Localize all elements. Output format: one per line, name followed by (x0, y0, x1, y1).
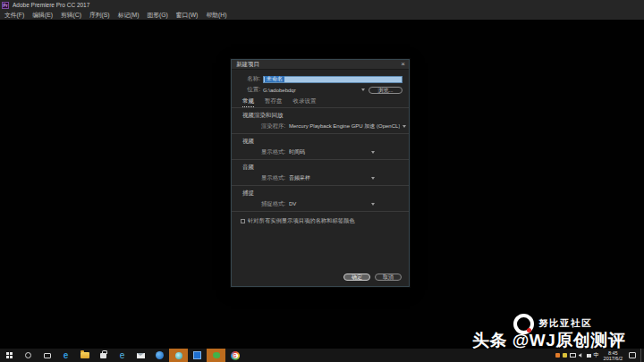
section-audio: 音频 显示格式: 音频采样 (232, 159, 409, 185)
internet-explorer-button[interactable]: e (113, 349, 131, 362)
selected-name-text: 未命名 (265, 76, 284, 82)
audio-display-format-value: 音频采样 (289, 174, 369, 182)
premiere-icon: Pr (2, 2, 9, 9)
location-value: G:\adobebdqr (263, 88, 359, 93)
g-app-button[interactable]: G (225, 349, 244, 362)
search-button[interactable] (19, 349, 38, 362)
shopping-bag-icon (100, 353, 106, 358)
edge-button[interactable]: e (56, 349, 75, 362)
cancel-button[interactable]: 取消 (375, 274, 402, 281)
envelope-icon (137, 353, 145, 358)
internet-explorer-icon: e (120, 351, 125, 360)
browse-button[interactable]: 浏览... (369, 87, 402, 94)
section-title: 视频渲染和回放 (242, 112, 402, 120)
tab-general[interactable]: 常规 (242, 97, 254, 107)
dialog-buttons: 确定 取消 (343, 274, 402, 281)
name-label: 名称: (239, 75, 260, 83)
audio-display-format-label: 显示格式: (242, 174, 285, 182)
renderer-label: 渲染程序: (242, 122, 285, 130)
capture-format-value: DV (289, 201, 369, 206)
task-view-icon (44, 353, 51, 358)
tab-ingest-settings[interactable]: 收录设置 (293, 97, 317, 107)
blue-tile-app-button[interactable] (188, 349, 207, 362)
running-app-button-1[interactable] (169, 349, 188, 362)
mail-button[interactable] (131, 349, 150, 362)
section-title: 捕捉 (242, 189, 402, 198)
general-settings: 视频渲染和回放 渲染程序: Mercury Playback Engine GP… (232, 107, 409, 229)
new-project-dialog: 新建项目 × 名称: 未命名 位置: G:\adobebdqr 浏览... 常规… (231, 59, 410, 287)
video-display-format-value: 时间码 (289, 148, 369, 156)
action-center-icon[interactable] (629, 352, 636, 358)
section-video: 视频 显示格式: 时间码 (232, 133, 409, 159)
taskbar-clock[interactable]: 8:45 2017/6/2 (602, 350, 624, 361)
blue-tile-app-icon (193, 351, 201, 359)
menu-item-markers[interactable]: 标记(M) (118, 11, 140, 20)
file-explorer-button[interactable] (75, 349, 94, 362)
section-video-rendering: 视频渲染和回放 渲染程序: Mercury Playback Engine GP… (232, 107, 409, 133)
location-dropdown[interactable]: G:\adobebdqr (263, 87, 369, 94)
dialog-tabs: 常规 暂存盘 收录设置 (242, 97, 317, 107)
folder-icon (80, 352, 89, 358)
edge-icon: e (64, 351, 69, 360)
location-label: 位置: (239, 86, 260, 94)
section-title: 视频 (242, 138, 402, 146)
display-names-option: 针对所有实例显示项目项的名称和标签颜色 (232, 211, 409, 229)
task-view-button[interactable] (38, 349, 56, 362)
video-display-format-dropdown[interactable]: 时间码 (289, 148, 378, 156)
dialog-body: 名称: 未命名 位置: G:\adobebdqr 浏览... 常规 暂存盘 收录… (232, 70, 409, 286)
clock-date: 2017/6/2 (604, 356, 623, 361)
capture-format-dropdown[interactable]: DV (289, 201, 378, 206)
ime-indicator[interactable]: 中 (594, 352, 599, 358)
teal-circle-app-icon (175, 352, 182, 359)
menu-item-edit[interactable]: 编辑(E) (32, 11, 53, 20)
blue-app-icon (156, 351, 164, 359)
project-name-input[interactable]: 未命名 (263, 76, 402, 83)
watermark-community: 努比亚社区 (538, 317, 592, 330)
system-tray: 中 8:45 2017/6/2 (555, 349, 644, 362)
close-icon[interactable]: × (401, 61, 405, 68)
menu-item-window[interactable]: 窗口(W) (176, 11, 199, 20)
taskbar: e e G 中 8:45 2017/6/2 (0, 349, 644, 362)
section-capture: 捕捉 捕捉格式: DV (232, 185, 409, 211)
start-button[interactable] (0, 349, 19, 362)
menu-item-clip[interactable]: 剪辑(C) (61, 11, 81, 20)
app-title: Adobe Premiere Pro CC 2017 (13, 2, 89, 8)
chevron-down-icon (402, 125, 406, 128)
audio-display-format-dropdown[interactable]: 音频采样 (289, 174, 378, 182)
search-icon (25, 352, 31, 358)
chevron-down-icon (371, 151, 375, 154)
network-icon[interactable] (570, 353, 576, 358)
menu-item-sequence[interactable]: 序列(S) (89, 11, 110, 20)
section-title: 音频 (242, 164, 402, 172)
dialog-title: 新建项目 (236, 61, 259, 69)
volume-icon[interactable] (579, 353, 584, 358)
show-desktop-button[interactable] (640, 349, 643, 362)
tab-scratch-disks[interactable]: 暂存盘 (265, 97, 283, 107)
checkbox[interactable] (241, 219, 245, 223)
dialog-titlebar[interactable]: 新建项目 × (232, 60, 409, 70)
windows-logo-icon (6, 352, 13, 358)
store-button[interactable] (94, 349, 113, 362)
tray-orange-app-icon[interactable] (555, 353, 560, 358)
running-app-button-2[interactable] (207, 349, 225, 362)
flag-icon[interactable] (587, 354, 591, 358)
chevron-down-icon (371, 177, 375, 180)
menu-item-help[interactable]: 帮助(H) (206, 11, 226, 20)
renderer-dropdown[interactable]: Mercury Playback Engine GPU 加速 (OpenCL) (289, 122, 410, 130)
green-app-icon (213, 352, 220, 358)
app-titlebar: Pr Adobe Premiere Pro CC 2017 (0, 0, 644, 10)
blue-app-button[interactable] (150, 349, 169, 362)
chevron-down-icon (361, 88, 365, 91)
video-display-format-label: 显示格式: (242, 148, 285, 156)
menu-item-graphics[interactable]: 图形(G) (147, 11, 167, 20)
ok-button[interactable]: 确定 (343, 274, 370, 281)
renderer-value: Mercury Playback Engine GPU 加速 (OpenCL) (289, 122, 400, 130)
app-menubar: 文件(F) 编辑(E) 剪辑(C) 序列(S) 标记(M) 图形(G) 窗口(W… (0, 10, 644, 20)
menu-item-file[interactable]: 文件(F) (4, 11, 24, 20)
capture-format-label: 捕捉格式: (242, 200, 285, 208)
g-app-icon: G (231, 351, 240, 360)
tray-yellow-app-icon[interactable] (563, 353, 567, 358)
chevron-down-icon (371, 203, 375, 206)
checkbox-label: 针对所有实例显示项目项的名称和标签颜色 (248, 217, 355, 225)
